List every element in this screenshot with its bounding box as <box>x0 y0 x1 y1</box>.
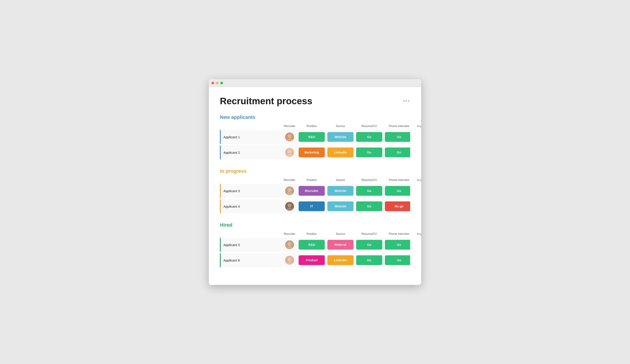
source-cell[interactable]: LinkedIn <box>326 145 355 160</box>
svg-point-11 <box>287 261 292 265</box>
source-cell[interactable]: Website <box>326 130 355 144</box>
minimize-dot[interactable] <box>216 82 218 84</box>
source-cell[interactable]: Referral <box>326 238 355 252</box>
position-tag: Marketing <box>299 148 325 157</box>
resume-tag: Go <box>356 186 382 196</box>
app-window: Recruitment process ••• New applicantsRe… <box>209 79 421 285</box>
avatar <box>285 148 294 157</box>
phone-interview-tag: Go <box>385 148 410 157</box>
position-cell[interactable]: Marketing <box>297 145 326 160</box>
position-tag: Product <box>299 255 325 265</box>
recruiter-cell <box>282 253 297 267</box>
applicant-name-cell: Applicant 6 <box>220 253 282 267</box>
phone-interview-cell[interactable]: No go <box>384 199 410 213</box>
position-cell[interactable]: Recruiter <box>297 184 326 198</box>
recruiter-cell <box>282 130 297 144</box>
titlebar <box>209 79 421 87</box>
section-hired: HiredRecruiterPositionSourceResume/CVPho… <box>220 222 410 267</box>
source-cell[interactable]: Website <box>326 199 355 213</box>
table-row[interactable]: Applicant 5 R&DReferralGoGoGo <box>220 238 410 252</box>
resume-tag: Go <box>356 148 382 157</box>
position-tag: IT <box>299 201 325 211</box>
col-label-4-in-progress: Resume/CV <box>355 178 384 182</box>
svg-point-5 <box>287 192 292 195</box>
svg-point-8 <box>288 242 292 246</box>
table-row[interactable]: Applicant 2 MarketingLinkedInGoGo <box>220 145 410 160</box>
table-row[interactable]: Applicant 3 RecruiterWebsiteGoGo <box>220 184 410 198</box>
close-dot[interactable] <box>212 82 214 84</box>
table-header-in-progress: RecruiterPositionSourceResume/CVPhone in… <box>220 177 410 184</box>
table-header-new-applicants: RecruiterPositionSourceResume/CVPhone in… <box>220 123 410 130</box>
page-header: Recruitment process ••• <box>220 96 410 106</box>
resume-cell[interactable]: Go <box>355 238 384 252</box>
avatar <box>285 202 294 211</box>
col-label-1-in-progress: Recruiter <box>282 178 297 182</box>
table-in-progress: RecruiterPositionSourceResume/CVPhone in… <box>220 177 410 213</box>
col-label-inperson-in-progress: In-person interview+ <box>414 177 421 182</box>
position-tag: R&D <box>299 240 325 250</box>
main-content: Recruitment process ••• New applicantsRe… <box>209 87 421 285</box>
position-cell[interactable]: R&D <box>297 130 326 144</box>
section-in-progress: In progressRecruiterPositionSourceResume… <box>220 168 410 213</box>
col-label-1-new-applicants: Recruiter <box>282 124 297 128</box>
section-title-in-progress: In progress <box>220 168 410 174</box>
avatar <box>285 133 294 141</box>
table-row[interactable]: Applicant 4 ITWebsiteGoNo go <box>220 199 410 213</box>
section-title-hired: Hired <box>220 222 410 228</box>
source-cell[interactable]: LinkedIn <box>326 253 355 267</box>
col-label-5-new-applicants: Phone interview <box>384 124 414 128</box>
phone-interview-cell[interactable]: Go <box>384 130 410 144</box>
applicant-name-cell: Applicant 2 <box>220 145 282 160</box>
source-tag: Referral <box>328 240 354 250</box>
table-header-hired: RecruiterPositionSourceResume/CVPhone in… <box>220 231 410 238</box>
position-cell[interactable]: Product <box>297 253 326 267</box>
svg-point-7 <box>287 208 292 211</box>
phone-interview-tag: Go <box>385 186 410 196</box>
resume-tag: Go <box>356 201 382 211</box>
table-hired: RecruiterPositionSourceResume/CVPhone in… <box>220 231 410 267</box>
phone-interview-cell[interactable]: Go <box>384 238 410 252</box>
recruiter-cell <box>282 184 297 198</box>
svg-point-1 <box>287 138 292 141</box>
applicant-name-cell: Applicant 5 <box>220 238 282 252</box>
applicant-name: Applicant 1 <box>224 135 240 139</box>
svg-point-4 <box>288 188 292 192</box>
avatar <box>285 240 294 249</box>
phone-interview-cell[interactable]: Go <box>384 253 410 267</box>
resume-cell[interactable]: Go <box>355 184 384 198</box>
resume-cell[interactable]: Go <box>355 145 384 160</box>
resume-cell[interactable]: Go <box>355 130 384 144</box>
applicant-name: Applicant 4 <box>224 204 240 208</box>
position-cell[interactable]: IT <box>297 199 326 213</box>
position-cell[interactable]: R&D <box>297 238 326 252</box>
more-options-icon[interactable]: ••• <box>403 98 410 104</box>
resume-cell[interactable]: Go <box>355 199 384 213</box>
applicant-name-cell: Applicant 4 <box>220 199 282 213</box>
resume-tag: Go <box>356 240 382 250</box>
phone-interview-tag: Go <box>385 240 410 250</box>
source-tag: LinkedIn <box>328 255 354 265</box>
source-tag: Website <box>328 186 354 196</box>
col-label-2-in-progress: Position <box>297 178 326 182</box>
phone-interview-tag: Go <box>385 132 410 142</box>
phone-interview-cell[interactable]: Go <box>384 145 410 160</box>
svg-point-2 <box>288 150 292 154</box>
svg-point-6 <box>288 203 292 207</box>
fullscreen-dot[interactable] <box>220 82 223 84</box>
applicant-name: Applicant 2 <box>224 151 240 154</box>
resume-cell[interactable]: Go <box>355 253 384 267</box>
source-tag: LinkedIn <box>328 148 354 157</box>
page-title: Recruitment process <box>220 96 312 106</box>
svg-point-10 <box>288 257 292 261</box>
applicant-name: Applicant 6 <box>224 258 240 262</box>
phone-interview-cell[interactable]: Go <box>384 184 410 198</box>
source-cell[interactable]: Website <box>326 184 355 198</box>
section-title-new-applicants: New applicants <box>220 114 410 120</box>
recruiter-cell <box>282 145 297 160</box>
resume-tag: Go <box>356 255 382 265</box>
table-row[interactable]: Applicant 1 R&DWebsiteGoGo <box>220 130 410 144</box>
col-label-3-hired: Source <box>326 232 355 235</box>
table-row[interactable]: Applicant 6 ProductLinkedInGoGoGo <box>220 253 410 267</box>
col-label-4-new-applicants: Resume/CV <box>355 124 384 128</box>
phone-interview-tag: No go <box>385 201 410 211</box>
